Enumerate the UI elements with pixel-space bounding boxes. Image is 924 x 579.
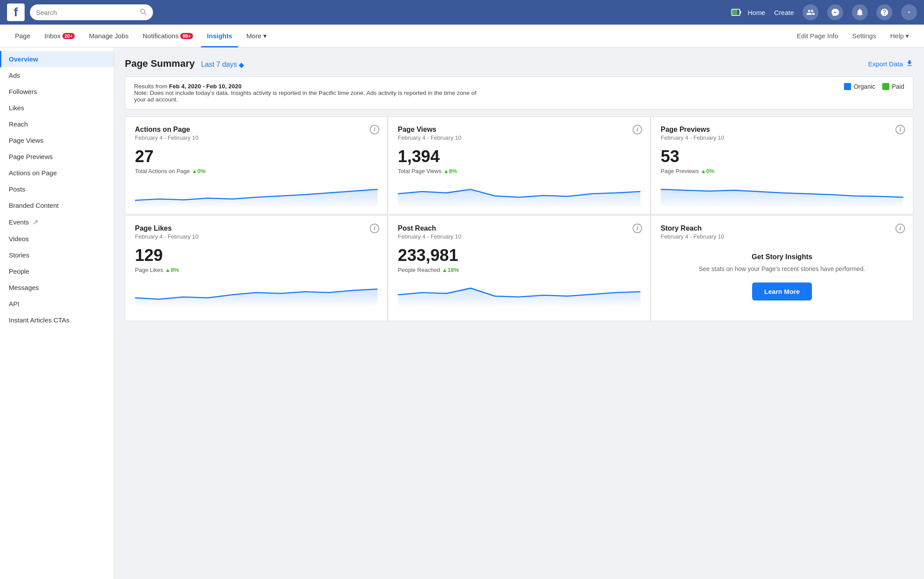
info-icon-actions[interactable]: i [370, 125, 379, 134]
messenger-icon-btn[interactable] [827, 4, 843, 20]
card-value-post-reach: 233,981 [398, 246, 640, 265]
page-summary-heading: Page Summary Last 7 days ◆ [125, 58, 244, 69]
battery-icon [730, 6, 742, 18]
subnav-page[interactable]: Page [9, 25, 36, 47]
card-page-likes: i Page Likes February 4 - February 10 12… [125, 216, 387, 321]
subnav-inbox[interactable]: Inbox 20+ [38, 25, 81, 47]
help-icon-btn[interactable] [877, 4, 892, 20]
card-value-page-likes: 129 [135, 246, 378, 265]
mini-chart-post-reach [398, 279, 640, 306]
learn-more-button[interactable]: Learn More [752, 282, 812, 300]
trend-actions: ▲0% [192, 168, 206, 174]
svg-rect-2 [740, 11, 741, 14]
card-title-post-reach: Post Reach [398, 224, 640, 232]
trend-page-previews: ▲0% [701, 168, 715, 174]
mini-chart-actions [135, 181, 378, 207]
notifications-icon-btn[interactable] [852, 4, 868, 20]
story-reach-cta: Get Story Insights See stats on how your… [661, 240, 903, 314]
subnav-right: Edit Page Info Settings Help ▾ [791, 25, 915, 47]
search-bar-container[interactable] [30, 4, 153, 20]
sidebar-item-ads[interactable]: Ads [0, 67, 114, 83]
export-data-button[interactable]: Export Data [868, 59, 913, 69]
card-date-story-reach: February 4 - February 10 [661, 233, 903, 240]
sidebar-item-people[interactable]: People [0, 263, 114, 279]
svg-rect-1 [732, 10, 738, 15]
card-page-previews: i Page Previews February 4 - February 10… [651, 117, 913, 214]
subnav-insights[interactable]: Insights [201, 25, 239, 47]
period-selector[interactable]: Last 7 days ◆ [201, 61, 244, 69]
card-story-reach: i Story Reach February 4 - February 10 G… [651, 216, 913, 321]
sidebar-item-videos[interactable]: Videos [0, 231, 114, 247]
info-note: Note: Does not include today's data. Ins… [134, 90, 476, 103]
card-page-views: i Page Views February 4 - February 10 1,… [388, 117, 650, 214]
page-summary-header: Page Summary Last 7 days ◆ Export Data [125, 58, 913, 69]
inbox-badge: 20+ [62, 33, 75, 39]
sidebar-item-posts[interactable]: Posts [0, 181, 114, 197]
subnav-edit-page-info[interactable]: Edit Page Info [791, 25, 844, 47]
sidebar-item-page-previews[interactable]: Page Previews [0, 148, 114, 165]
subnav-help[interactable]: Help ▾ [884, 25, 915, 47]
account-arrow-icon-btn[interactable] [901, 4, 917, 20]
sidebar-item-page-views[interactable]: Page Views [0, 132, 114, 148]
story-reach-cta-title: Get Story Insights [752, 253, 812, 261]
paid-dot [882, 83, 889, 90]
page-summary-title: Page Summary [125, 58, 195, 69]
trend-page-views: ▲8% [444, 168, 458, 174]
mini-chart-page-views [398, 181, 640, 207]
sidebar-item-followers[interactable]: Followers [0, 83, 114, 100]
card-label-page-previews: Page Previews ▲0% [661, 168, 903, 174]
home-link[interactable]: Home [748, 9, 765, 16]
sub-navigation: Page Inbox 20+ Manage Jobs Notifications… [0, 25, 924, 47]
sidebar-item-stories[interactable]: Stories [0, 247, 114, 263]
legend-organic: Organic [844, 83, 875, 90]
sidebar-item-actions-on-page[interactable]: Actions on Page [0, 165, 114, 181]
sidebar: Overview Ads Followers Likes Reach Page … [0, 47, 114, 579]
info-icon-page-previews[interactable]: i [895, 125, 905, 134]
info-icon-page-likes[interactable]: i [370, 224, 379, 233]
external-link-icon: ↗ [33, 218, 38, 226]
info-icon-post-reach[interactable]: i [633, 224, 642, 233]
sidebar-item-messages[interactable]: Messages [0, 279, 114, 296]
info-icon-story-reach[interactable]: i [895, 224, 905, 233]
sidebar-item-instant-articles-ctas[interactable]: Instant Articles CTAs [0, 312, 114, 328]
info-icon-page-views[interactable]: i [633, 125, 642, 134]
card-title-actions: Actions on Page [135, 126, 378, 134]
organic-dot [844, 83, 851, 90]
subnav-more[interactable]: More ▾ [240, 25, 273, 47]
card-date-post-reach: February 4 - February 10 [398, 233, 640, 240]
results-prefix: Results from [134, 83, 169, 90]
facebook-logo: f [7, 4, 25, 21]
card-value-page-views: 1,394 [398, 147, 640, 166]
card-date-page-views: February 4 - February 10 [398, 134, 640, 141]
card-value-actions: 27 [135, 147, 378, 166]
search-input[interactable] [36, 9, 136, 16]
content-area: Page Summary Last 7 days ◆ Export Data R… [114, 47, 924, 579]
subnav-settings[interactable]: Settings [846, 25, 882, 47]
card-actions-on-page: i Actions on Page February 4 - February … [125, 117, 387, 214]
subnav-notifications[interactable]: Notifications 99+ [136, 25, 199, 47]
card-title-page-likes: Page Likes [135, 224, 378, 232]
card-label-page-views: Total Page Views ▲8% [398, 168, 640, 174]
sidebar-item-reach[interactable]: Reach [0, 116, 114, 132]
card-value-page-previews: 53 [661, 147, 903, 166]
sidebar-item-events[interactable]: Events ↗ [0, 214, 114, 231]
sidebar-item-likes[interactable]: Likes [0, 100, 114, 116]
info-banner: Results from Feb 4, 2020 - Feb 10, 2020 … [125, 76, 913, 109]
card-label-page-likes: Page Likes ▲8% [135, 267, 378, 273]
mini-chart-page-likes [135, 279, 378, 306]
search-icon [140, 8, 147, 17]
subnav-manage-jobs[interactable]: Manage Jobs [83, 25, 135, 47]
organic-label: Organic [854, 83, 875, 90]
nav-right-links: Home Create [748, 4, 917, 20]
friends-icon-btn[interactable] [803, 4, 819, 20]
story-reach-cta-desc: See stats on how your Page's recent stor… [699, 264, 866, 274]
create-link[interactable]: Create [774, 9, 794, 16]
sidebar-item-api[interactable]: API [0, 296, 114, 312]
cards-grid-row2: i Page Likes February 4 - February 10 12… [125, 215, 913, 321]
card-date-page-likes: February 4 - February 10 [135, 233, 378, 240]
card-title-story-reach: Story Reach [661, 224, 903, 232]
sidebar-item-overview[interactable]: Overview [0, 51, 114, 67]
export-data-label: Export Data [868, 60, 903, 68]
sidebar-item-branded-content[interactable]: Branded Content [0, 197, 114, 214]
info-banner-text: Results from Feb 4, 2020 - Feb 10, 2020 … [134, 83, 477, 103]
